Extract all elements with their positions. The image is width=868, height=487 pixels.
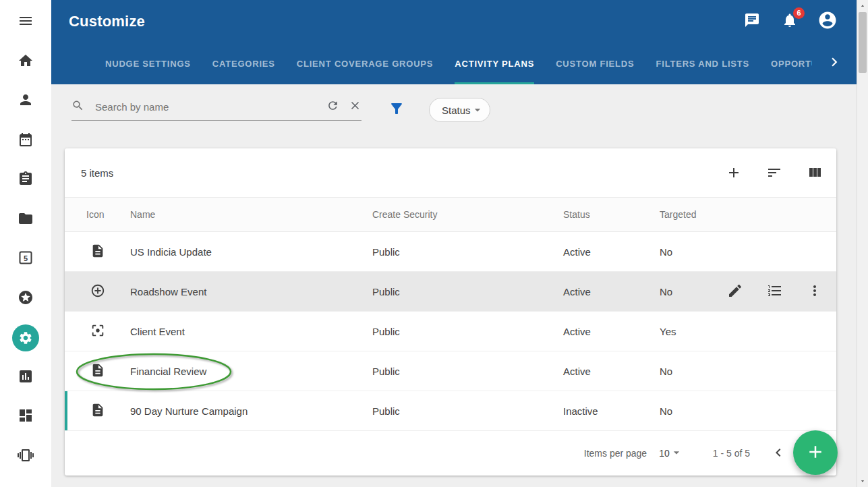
table-row[interactable]: Client Event Public Active Yes bbox=[65, 312, 836, 351]
filter-button[interactable] bbox=[388, 101, 405, 119]
analytics-chart-icon bbox=[18, 368, 34, 387]
list-details-button[interactable] bbox=[767, 283, 783, 301]
search-box bbox=[71, 99, 361, 121]
edit-button[interactable] bbox=[727, 283, 743, 301]
tab-nudge-settings[interactable]: NUDGE SETTINGS bbox=[105, 42, 191, 84]
settings-gear-icon bbox=[12, 324, 39, 351]
chat-button[interactable] bbox=[743, 13, 761, 30]
status-filter-chip[interactable]: Status bbox=[429, 98, 490, 122]
dropdown-caret-icon bbox=[670, 446, 683, 461]
sidebar-item-analytics[interactable] bbox=[0, 358, 51, 398]
sidebar-item-dashboard[interactable] bbox=[0, 397, 51, 437]
tab-opportunities[interactable]: OPPORTUN bbox=[771, 42, 812, 84]
app-root: 5 Customize 6 bbox=[0, 0, 868, 487]
table-row[interactable]: US Indicia Update Public Active No bbox=[65, 232, 836, 272]
sidebar-item-home[interactable] bbox=[0, 42, 51, 82]
scrollbar-track[interactable] bbox=[857, 12, 868, 475]
content-area: Status 5 items Icon Name Create Sec bbox=[51, 84, 857, 487]
page-title: Customize bbox=[69, 13, 145, 30]
add-icon bbox=[805, 442, 826, 464]
top-header: Customize 6 bbox=[51, 0, 857, 42]
dropdown-caret-icon bbox=[471, 103, 484, 117]
sidebar-item-mobile[interactable] bbox=[0, 437, 51, 477]
scroll-up-arrow-icon bbox=[859, 0, 866, 12]
columns-button[interactable] bbox=[807, 165, 823, 181]
column-header-icon: Icon bbox=[86, 209, 130, 220]
add-fab-button[interactable] bbox=[793, 430, 838, 475]
items-per-page-select[interactable]: 10 bbox=[659, 446, 683, 461]
add-plan-button[interactable] bbox=[726, 165, 742, 181]
refresh-icon bbox=[326, 99, 339, 115]
scroll-down-button[interactable] bbox=[857, 475, 868, 487]
table-row[interactable]: Roadshow Event Public Active No bbox=[65, 272, 836, 312]
sidebar-item-files[interactable] bbox=[0, 200, 51, 240]
main-area: Customize 6 NUDGE SETTINGS CATEGORIES CL… bbox=[51, 0, 857, 487]
table-header-row: Icon Name Create Security Status Targete… bbox=[65, 197, 836, 232]
card-toolbar: 5 items bbox=[65, 148, 836, 197]
notifications-button[interactable]: 6 bbox=[781, 13, 799, 30]
clear-icon bbox=[349, 99, 361, 115]
cell-targeted: No bbox=[660, 366, 727, 377]
menu-button[interactable] bbox=[0, 3, 51, 42]
sidebar-item-tasks[interactable] bbox=[0, 161, 51, 200]
notification-badge: 6 bbox=[793, 7, 805, 19]
calendar-icon bbox=[18, 132, 34, 150]
stars-icon bbox=[18, 289, 34, 308]
table-row[interactable]: 90 Day Nurture Campaign Public Inactive … bbox=[65, 391, 836, 431]
scroll-up-button[interactable] bbox=[857, 0, 868, 12]
scrollbar-thumb[interactable] bbox=[859, 12, 867, 73]
tab-activity-plans[interactable]: ACTIVITY PLANS bbox=[455, 42, 534, 84]
tabs-list: NUDGE SETTINGS CATEGORIES CLIENT COVERAG… bbox=[51, 42, 812, 84]
previous-page-button[interactable] bbox=[770, 445, 786, 463]
cell-name: Client Event bbox=[130, 326, 372, 337]
column-header-status: Status bbox=[563, 209, 660, 220]
sidebar-item-five[interactable]: 5 bbox=[0, 239, 51, 279]
vibration-phone-icon bbox=[18, 447, 34, 466]
sidebar-item-contacts[interactable] bbox=[0, 82, 51, 121]
tab-client-coverage-groups[interactable]: CLIENT COVERAGE GROUPS bbox=[297, 42, 434, 84]
vertical-scrollbar[interactable] bbox=[857, 0, 868, 487]
tab-filters-and-lists[interactable]: FILTERS AND LISTS bbox=[656, 42, 750, 84]
scroll-down-arrow-icon bbox=[859, 475, 866, 487]
tab-bar: NUDGE SETTINGS CATEGORIES CLIENT COVERAG… bbox=[51, 42, 857, 84]
clear-search-button[interactable] bbox=[349, 99, 361, 115]
cell-targeted: Yes bbox=[660, 326, 727, 337]
document-icon bbox=[90, 244, 105, 260]
sort-button[interactable] bbox=[766, 165, 782, 181]
document-icon bbox=[90, 363, 105, 380]
cell-targeted: No bbox=[660, 405, 727, 417]
cell-targeted: No bbox=[660, 286, 727, 297]
tab-categories[interactable]: CATEGORIES bbox=[212, 42, 275, 84]
account-button[interactable] bbox=[819, 13, 836, 30]
more-vert-icon bbox=[807, 283, 823, 301]
filter-funnel-icon bbox=[388, 101, 405, 119]
cell-status: Active bbox=[563, 366, 660, 377]
dashboard-icon bbox=[18, 407, 34, 426]
tab-custom-fields[interactable]: CUSTOM FIELDS bbox=[556, 42, 634, 84]
items-per-page-label: Items per page bbox=[584, 448, 647, 459]
items-count: 5 items bbox=[81, 167, 113, 179]
cell-targeted: No bbox=[660, 246, 727, 258]
refresh-button[interactable] bbox=[326, 99, 339, 115]
more-options-button[interactable] bbox=[807, 283, 823, 301]
tabs-scroll-right-button[interactable] bbox=[812, 42, 857, 84]
cell-create-security: Public bbox=[372, 405, 563, 417]
column-header-targeted: Targeted bbox=[660, 209, 727, 220]
menu-icon bbox=[18, 13, 34, 32]
filter-row: Status bbox=[71, 94, 857, 125]
cell-name: Financial Review bbox=[130, 366, 372, 377]
cell-create-security: Public bbox=[372, 366, 563, 377]
sidebar-item-favorites[interactable] bbox=[0, 279, 51, 319]
chevron-left-icon bbox=[770, 445, 786, 463]
cell-create-security: Public bbox=[372, 326, 563, 337]
sidebar-item-settings[interactable] bbox=[0, 318, 51, 358]
table-row[interactable]: Financial Review Public Active No bbox=[65, 351, 836, 391]
toolbar-icons bbox=[726, 165, 823, 181]
header-actions: 6 bbox=[743, 13, 836, 30]
cell-status: Active bbox=[563, 286, 660, 297]
list-details-icon bbox=[767, 283, 783, 301]
cell-name: 90 Day Nurture Campaign bbox=[130, 405, 372, 417]
sidebar: 5 bbox=[0, 0, 51, 487]
sidebar-item-calendar[interactable] bbox=[0, 121, 51, 161]
search-input[interactable] bbox=[94, 101, 317, 113]
